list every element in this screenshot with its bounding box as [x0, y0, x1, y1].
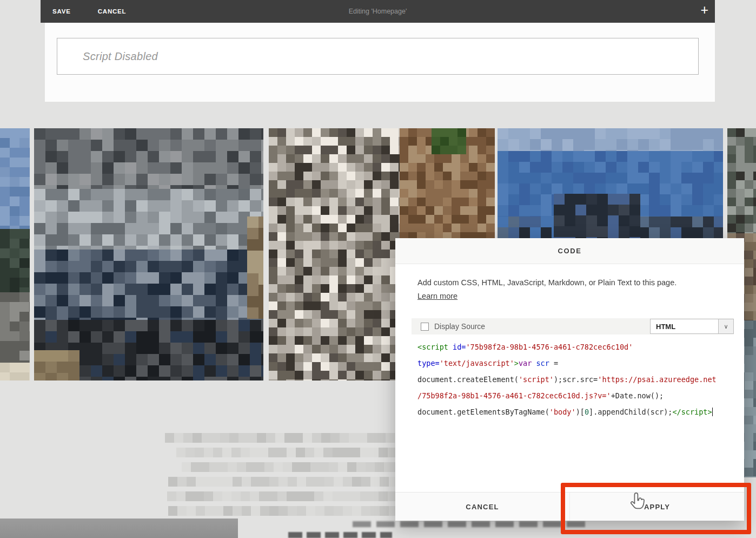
code-dialog: CODE Add custom CSS, HTML, JavaScript, M…	[395, 238, 744, 521]
page-content-section: Script Disabled	[45, 23, 715, 102]
display-source-label: Display Source	[434, 322, 485, 331]
blurred-bottom-text	[288, 532, 392, 538]
learn-more-link[interactable]: Learn more	[417, 292, 457, 300]
dialog-description: Add custom CSS, HTML, JavaScript, Markdo…	[417, 277, 729, 288]
editing-title: Editing 'Homepage'	[41, 8, 715, 15]
code-line: <script id='75b98f2a-98b1-4576-a461-c782…	[417, 339, 734, 355]
display-source-checkbox[interactable]	[421, 323, 429, 331]
hand-pointer-cursor-icon	[626, 491, 647, 514]
photo-strip-left	[0, 128, 30, 380]
blurred-footer-band	[0, 519, 238, 538]
text-caret	[712, 408, 713, 416]
annotation-highlight-rectangle	[561, 483, 751, 534]
editor-screen: SAVE CANCEL Editing 'Homepage' + Script …	[0, 0, 756, 538]
chevron-down-icon: ∨	[718, 319, 733, 333]
dialog-title: CODE	[558, 247, 582, 255]
code-line: document.createElement('script');scr.src…	[417, 371, 734, 388]
blurred-caption-text	[353, 521, 587, 527]
dialog-cancel-button[interactable]: CANCEL	[395, 493, 569, 521]
code-dialog-header: CODE	[395, 238, 744, 264]
script-disabled-label: Script Disabled	[83, 50, 158, 63]
photo-left[interactable]	[34, 128, 263, 380]
language-select-value: HTML	[651, 319, 718, 333]
editor-topbar: SAVE CANCEL Editing 'Homepage' +	[41, 0, 715, 23]
code-line: /75b98f2a-98b1-4576-a461-c782cec6c10d.js…	[417, 388, 734, 404]
language-select[interactable]: HTML ∨	[650, 319, 734, 334]
code-options-row: Display Source HTML ∨	[412, 318, 734, 334]
add-block-button[interactable]: +	[700, 2, 708, 18]
code-line: type='text/javascript'>var scr =	[417, 355, 734, 371]
script-disabled-block[interactable]: Script Disabled	[57, 38, 699, 75]
code-line: document.getElementsByTagName('body')[0]…	[417, 404, 734, 420]
code-editor[interactable]: <script id='75b98f2a-98b1-4576-a461-c782…	[417, 339, 734, 491]
code-lines: <script id='75b98f2a-98b1-4576-a461-c782…	[417, 339, 734, 420]
